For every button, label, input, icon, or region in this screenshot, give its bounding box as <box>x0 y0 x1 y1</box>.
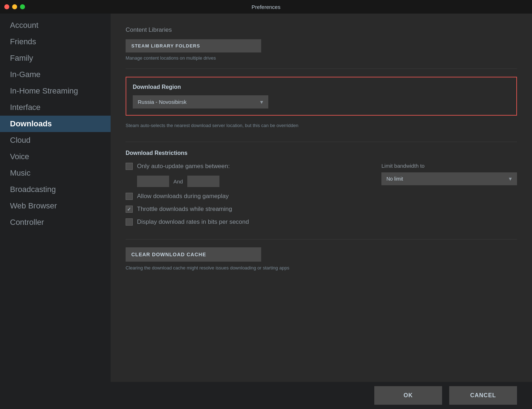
download-region-select[interactable]: Russia - Novosibirsk Russia - Moscow Uni… <box>133 95 268 108</box>
time-to-input[interactable] <box>187 176 219 187</box>
auto-update-label: Only auto-update games between: <box>137 163 230 170</box>
main-container: Account Friends Family In-Game In-Home S… <box>0 14 532 382</box>
sidebar-item-controller[interactable]: Controller <box>0 214 111 231</box>
sidebar-item-in-game[interactable]: In-Game <box>0 66 111 83</box>
bandwidth-label: Limit bandwidth to <box>381 163 517 169</box>
sidebar-item-web-browser[interactable]: Web Browser <box>0 198 111 214</box>
sidebar-item-account[interactable]: Account <box>0 17 111 34</box>
clear-download-cache-button[interactable]: CLEAR DOWNLOAD CACHE <box>126 247 261 262</box>
bandwidth-select-wrapper: No limit 64 KB/s 128 KB/s 256 KB/s 512 K… <box>381 172 517 185</box>
sidebar-item-downloads[interactable]: Downloads <box>0 116 111 132</box>
window-title: Preferences <box>252 4 280 10</box>
download-region-box: Download Region Russia - Novosibirsk Rus… <box>126 77 517 116</box>
allow-downloads-checkbox[interactable] <box>126 193 133 200</box>
sidebar: Account Friends Family In-Game In-Home S… <box>0 14 111 382</box>
and-label: And <box>173 178 183 185</box>
close-button[interactable] <box>4 4 9 9</box>
traffic-lights <box>4 4 25 9</box>
throttle-row: ✓ Throttle downloads while streaming <box>126 206 367 213</box>
titlebar: Preferences <box>0 0 532 14</box>
sidebar-item-broadcasting[interactable]: Broadcasting <box>0 181 111 198</box>
time-from-input[interactable] <box>137 176 169 187</box>
steam-library-folders-button[interactable]: STEAM LIBRARY FOLDERS <box>126 39 261 52</box>
divider-1 <box>126 69 517 69</box>
checkmark-icon: ✓ <box>127 207 131 212</box>
display-bits-checkbox[interactable] <box>126 218 133 226</box>
cancel-button[interactable]: CANCEL <box>449 386 517 405</box>
minimize-button[interactable] <box>12 4 17 9</box>
divider-2 <box>126 142 517 142</box>
download-restrictions-title: Download Restrictions <box>126 150 517 156</box>
content-libraries-section: Content Libraries STEAM LIBRARY FOLDERS … <box>126 26 517 61</box>
time-range-row: And <box>137 176 367 187</box>
ok-button[interactable]: OK <box>374 386 442 405</box>
restrictions-left-col: Only auto-update games between: And Allo… <box>126 163 367 231</box>
bandwidth-col: Limit bandwidth to No limit 64 KB/s 128 … <box>381 163 517 185</box>
auto-update-checkbox[interactable] <box>126 163 133 170</box>
allow-downloads-label: Allow downloads during gameplay <box>137 193 229 200</box>
content-libraries-hint: Manage content locations on multiple dri… <box>126 55 517 61</box>
sidebar-item-music[interactable]: Music <box>0 165 111 181</box>
download-region-title: Download Region <box>133 84 510 90</box>
sidebar-item-family[interactable]: Family <box>0 50 111 66</box>
throttle-label: Throttle downloads while streaming <box>137 206 232 213</box>
cache-hint: Clearing the download cache might resolv… <box>126 265 517 271</box>
bandwidth-select[interactable]: No limit 64 KB/s 128 KB/s 256 KB/s 512 K… <box>381 172 517 185</box>
sidebar-item-in-home-streaming[interactable]: In-Home Streaming <box>0 83 111 99</box>
sidebar-item-friends[interactable]: Friends <box>0 34 111 50</box>
maximize-button[interactable] <box>20 4 25 9</box>
sidebar-item-interface[interactable]: Interface <box>0 99 111 116</box>
cache-section: CLEAR DOWNLOAD CACHE Clearing the downlo… <box>126 247 517 271</box>
divider-3 <box>126 239 517 239</box>
display-bits-row: Display download rates in bits per secon… <box>126 218 367 226</box>
footer: OK CANCEL <box>0 382 532 409</box>
display-bits-label: Display download rates in bits per secon… <box>137 218 249 226</box>
throttle-checkbox[interactable]: ✓ <box>126 206 133 213</box>
download-region-hint: Steam auto-selects the nearest download … <box>126 123 517 128</box>
content-libraries-title: Content Libraries <box>126 26 517 34</box>
download-restrictions-section: Download Restrictions Only auto-update g… <box>126 150 517 231</box>
auto-update-row: Only auto-update games between: <box>126 163 367 170</box>
sidebar-item-voice[interactable]: Voice <box>0 148 111 165</box>
content-area: Content Libraries STEAM LIBRARY FOLDERS … <box>111 14 532 382</box>
download-region-select-wrapper: Russia - Novosibirsk Russia - Moscow Uni… <box>133 95 268 108</box>
sidebar-item-cloud[interactable]: Cloud <box>0 132 111 148</box>
allow-downloads-row: Allow downloads during gameplay <box>126 193 367 200</box>
